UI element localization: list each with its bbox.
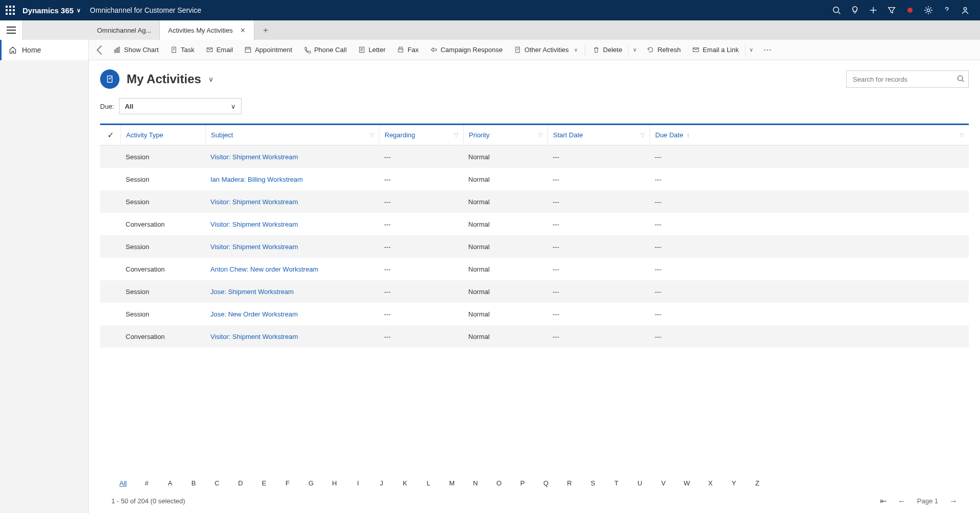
email-link-split-button[interactable]: ∨ [745,44,757,56]
alpha-filter-g[interactable]: G [299,479,323,487]
help-icon[interactable] [942,6,951,15]
delete-button[interactable]: Delete [587,42,628,58]
table-row[interactable]: SessionJose: New Order Workstream---Norm… [100,303,969,325]
col-activity-type[interactable]: Activity Type [121,125,205,145]
subject-link[interactable]: Visitor: Shipment Workstream [210,198,298,206]
view-selector-chevron-icon[interactable]: ∨ [208,75,213,83]
alpha-filter-n[interactable]: N [464,479,487,487]
email-a-link-button[interactable]: Email a Link [687,42,744,58]
select-all-checkbox[interactable]: ✓ [100,130,121,140]
other-activities-button[interactable]: Other Activities∨ [509,42,583,58]
appointment-button[interactable]: Appointment [239,42,297,58]
campaign-response-button[interactable]: Campaign Response [425,42,508,58]
subject-link[interactable]: Jose: New Order Workstream [210,310,298,318]
col-subject[interactable]: Subject▽ [205,125,379,145]
alpha-filter-s[interactable]: S [581,479,605,487]
filter-icon[interactable]: ▽ [640,132,644,138]
alpha-filter-r[interactable]: R [558,479,581,487]
subject-link[interactable]: Anton Chew: New order Workstream [210,265,318,273]
search-records-input[interactable] [846,70,969,88]
sort-asc-icon[interactable]: ↑ [686,131,690,139]
alpha-filter-k[interactable]: K [393,479,417,487]
alpha-filter-#[interactable]: # [135,479,158,487]
next-page-button[interactable]: → [949,497,958,506]
nav-item-home[interactable]: Home [0,40,88,60]
filter-icon[interactable]: ▽ [960,132,964,138]
more-commands-button[interactable]: ⋯ [758,45,778,55]
search-icon[interactable] [832,6,841,15]
filter-icon[interactable]: ▽ [454,132,458,138]
brand-switcher[interactable]: Dynamics 365 ∨ [22,6,81,15]
subject-link[interactable]: Visitor: Shipment Workstream [210,243,298,251]
alpha-filter-x[interactable]: X [699,479,722,487]
app-launcher-icon[interactable] [4,4,16,16]
alpha-filter-j[interactable]: J [370,479,393,487]
show-chart-button[interactable]: Show Chart [108,42,164,58]
table-row[interactable]: SessionVisitor: Shipment Workstream---No… [100,190,969,213]
filter-icon[interactable] [887,6,896,15]
table-row[interactable]: SessionVisitor: Shipment Workstream---No… [100,145,969,168]
alpha-filter-p[interactable]: P [511,479,534,487]
letter-button[interactable]: Letter [353,42,391,58]
alpha-filter-i[interactable]: I [346,479,370,487]
alpha-filter-f[interactable]: F [276,479,299,487]
cell-start-date: --- [547,265,650,273]
recording-indicator-icon[interactable] [905,6,915,15]
alpha-filter-u[interactable]: U [628,479,652,487]
tab-omnichannel-agent[interactable]: Omnichannel Ag... [89,20,160,40]
alpha-filter-a[interactable]: A [158,479,182,487]
filter-icon[interactable]: ▽ [370,132,374,138]
table-row[interactable]: ConversationAnton Chew: New order Workst… [100,258,969,280]
col-regarding[interactable]: Regarding▽ [379,125,463,145]
hamburger-menu-icon[interactable] [7,27,16,34]
task-button[interactable]: Task [165,42,200,58]
subject-link[interactable]: Jose: Shipment Workstream [210,288,294,296]
table-row[interactable]: SessionVisitor: Shipment Workstream---No… [100,235,969,258]
alpha-filter-c[interactable]: C [205,479,229,487]
search-records-box[interactable] [846,70,969,88]
alpha-filter-o[interactable]: O [487,479,511,487]
subject-link[interactable]: Visitor: Shipment Workstream [210,153,298,161]
prev-page-button[interactable]: ← [898,497,906,506]
alpha-filter-d[interactable]: D [229,479,252,487]
email-button[interactable]: Email [201,42,238,58]
col-due-date[interactable]: Due Date↑▽ [650,125,969,145]
back-button[interactable] [93,43,107,57]
alpha-filter-v[interactable]: V [652,479,675,487]
lightbulb-icon[interactable] [850,6,859,15]
settings-gear-icon[interactable] [924,6,933,15]
alpha-filter-q[interactable]: Q [534,479,558,487]
alpha-filter-e[interactable]: E [252,479,276,487]
add-tab-button[interactable]: ＋ [254,20,277,40]
col-priority[interactable]: Priority▽ [463,125,547,145]
col-start-date[interactable]: Start Date▽ [547,125,650,145]
search-icon[interactable] [957,75,965,84]
add-icon[interactable] [869,6,878,15]
subject-link[interactable]: Ian Madera: Billing Workstream [210,176,303,183]
table-row[interactable]: ConversationVisitor: Shipment Workstream… [100,325,969,348]
alpha-filter-y[interactable]: Y [722,479,746,487]
filter-icon[interactable]: ▽ [538,132,542,138]
alpha-filter-t[interactable]: T [605,479,628,487]
table-row[interactable]: SessionIan Madera: Billing Workstream---… [100,168,969,190]
subject-link[interactable]: Visitor: Shipment Workstream [210,221,298,228]
delete-split-button[interactable]: ∨ [628,44,640,56]
first-page-button[interactable]: ⇤ [880,496,887,506]
phone-call-button[interactable]: Phone Call [298,42,352,58]
alpha-filter-m[interactable]: M [440,479,464,487]
user-profile-icon[interactable] [961,6,970,15]
fax-button[interactable]: Fax [392,42,424,58]
alpha-filter-z[interactable]: Z [746,479,769,487]
table-row[interactable]: SessionJose: Shipment Workstream---Norma… [100,280,969,303]
subject-link[interactable]: Visitor: Shipment Workstream [210,333,298,340]
alpha-filter-all[interactable]: All [111,479,135,487]
close-icon[interactable]: ✕ [240,27,246,34]
refresh-button[interactable]: Refresh [641,42,686,58]
tab-activities[interactable]: Activities My Activities ✕ [160,20,254,40]
alpha-filter-b[interactable]: B [182,479,205,487]
alpha-filter-l[interactable]: L [417,479,440,487]
alpha-filter-h[interactable]: H [323,479,346,487]
alpha-filter-w[interactable]: W [675,479,699,487]
table-row[interactable]: ConversationVisitor: Shipment Workstream… [100,213,969,235]
due-select[interactable]: All ∨ [119,98,242,114]
